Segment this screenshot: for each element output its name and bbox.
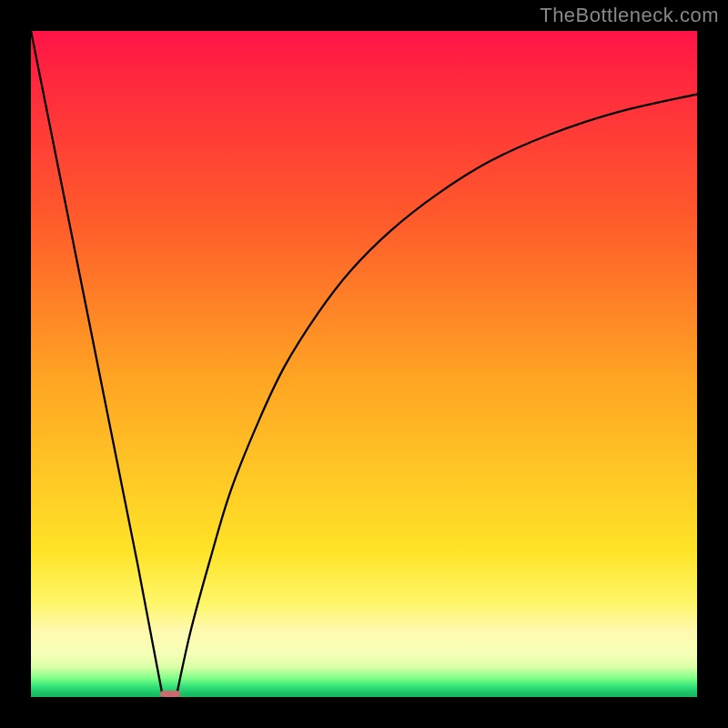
optimal-point-marker	[160, 691, 181, 697]
curve-right-branch	[177, 95, 697, 697]
curve-svg	[31, 31, 697, 697]
plot-area	[31, 31, 697, 697]
chart-frame: TheBottleneck.com	[0, 0, 728, 728]
curve-left-branch	[31, 31, 163, 697]
watermark-text: TheBottleneck.com	[540, 4, 719, 27]
